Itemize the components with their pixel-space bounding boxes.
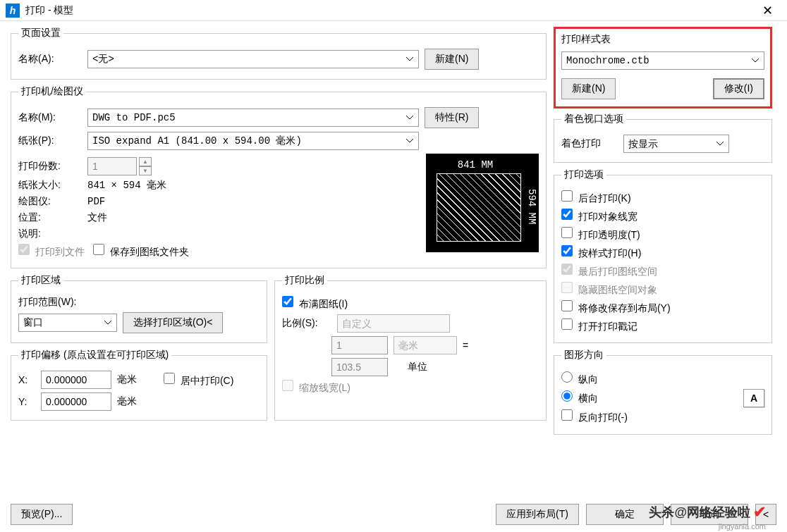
save-to-folder-checkbox[interactable]: 保存到图纸文件夹: [93, 244, 189, 259]
scale-unit-select: 毫米: [394, 336, 457, 354]
orientation-group: 图形方向 纵向 横向 反向打印(-) A: [554, 349, 772, 435]
print-offset-group: 打印偏移 (原点设置在可打印区域) X: 毫米 居中打印(C) Y: 毫米: [11, 349, 267, 421]
ok-button[interactable]: 确定: [586, 504, 664, 525]
desc-label: 说明:: [18, 228, 82, 240]
paper-preview: 841 MM 594 MM: [426, 154, 539, 252]
print-range-label: 打印范围(W):: [18, 296, 76, 309]
orientation-legend: 图形方向: [561, 349, 606, 361]
printer-group: 打印机/绘图仪 名称(M): DWG to PDF.pc5 特性(R) 纸张(P…: [11, 85, 547, 268]
center-print-checkbox[interactable]: 居中打印(C): [164, 373, 233, 388]
offset-x-label: X:: [18, 374, 35, 385]
print-range-select[interactable]: 窗口: [18, 314, 117, 332]
print-area-group: 打印区域 打印范围(W): 窗口 选择打印区域(O)<: [11, 274, 267, 343]
paper-size-value: 841 × 594 毫米: [87, 179, 166, 192]
scale-num-input: [331, 336, 388, 354]
print-option-2[interactable]: 打印透明度(T): [561, 227, 640, 242]
page-setup-legend: 页面设置: [18, 27, 63, 39]
cancel-button[interactable]: 取消: [671, 504, 748, 525]
scale-lineweight-checkbox: 缩放线宽(L): [282, 380, 350, 395]
print-option-6[interactable]: 将修改保存到布局(Y): [561, 300, 671, 315]
paper-select[interactable]: ISO expand A1 (841.00 x 594.00 毫米): [87, 132, 419, 150]
style-table-select[interactable]: Monochrome.ctb: [561, 51, 764, 70]
paper-label: 纸张(P):: [18, 135, 82, 147]
print-option-1[interactable]: 打印对象线宽: [561, 209, 637, 223]
shade-print-select[interactable]: 按显示: [623, 135, 729, 153]
offset-y-unit: 毫米: [117, 395, 137, 408]
copies-up-button: ▲: [139, 157, 152, 166]
page-setup-name-label: 名称(A):: [18, 53, 82, 66]
reverse-print-checkbox[interactable]: 反向打印(-): [561, 409, 628, 424]
shade-viewport-group: 着色视口选项 着色打印 按显示: [554, 113, 772, 163]
print-offset-legend: 打印偏移 (原点设置在可打印区域): [18, 349, 171, 361]
pick-area-button[interactable]: 选择打印区域(O)<: [123, 312, 223, 333]
orientation-icon: A: [743, 389, 764, 407]
plotter-label: 绘图仪:: [18, 195, 82, 208]
copies-input: [87, 157, 137, 175]
copies-label: 打印份数:: [18, 160, 82, 173]
titlebar: h 打印 - 模型 ✕: [0, 0, 787, 21]
print-scale-legend: 打印比例: [282, 274, 327, 287]
offset-x-unit: 毫米: [117, 373, 137, 386]
print-area-legend: 打印区域: [18, 274, 63, 287]
print-scale-group: 打印比例 布满图纸(I) 比例(S): 自定义 毫米 =: [274, 274, 547, 421]
style-table-new-button[interactable]: 新建(N): [561, 78, 616, 99]
printer-props-button[interactable]: 特性(R): [425, 107, 479, 128]
scale-unit-label: 单位: [408, 361, 427, 373]
scale-equals: =: [463, 340, 468, 351]
printer-name-label: 名称(M):: [18, 111, 82, 124]
shade-viewport-legend: 着色视口选项: [561, 113, 626, 125]
print-options-group: 打印选项 后台打印(K) 打印对象线宽 打印透明度(T) 按样式打印(H) 最后…: [554, 168, 772, 343]
printer-legend: 打印机/绘图仪: [18, 85, 86, 98]
apply-to-layout-button[interactable]: 应用到布局(T): [496, 504, 579, 525]
close-button[interactable]: ✕: [753, 3, 781, 18]
preview-button[interactable]: 预览(P)...: [11, 504, 73, 525]
page-setup-new-button[interactable]: 新建(N): [425, 49, 479, 70]
print-option-0[interactable]: 后台打印(K): [561, 190, 631, 205]
preview-dim-top: 841 MM: [426, 159, 525, 171]
where-value: 文件: [87, 211, 107, 224]
preview-dim-right: 594 MM: [526, 171, 537, 242]
landscape-radio[interactable]: 横向: [561, 390, 598, 405]
scale-label: 比例(S):: [282, 317, 331, 330]
page-setup-name-select[interactable]: <无>: [87, 50, 419, 68]
scale-select: 自定义: [337, 314, 450, 333]
offset-y-label: Y:: [18, 396, 35, 407]
fit-to-paper-checkbox[interactable]: 布满图纸(I): [282, 296, 348, 311]
expand-button[interactable]: <: [755, 504, 776, 525]
app-icon: h: [6, 4, 20, 18]
offset-y-input[interactable]: [41, 392, 111, 411]
style-table-highlight: 打印样式表 Monochrome.ctb 新建(N) 修改(I): [554, 27, 772, 109]
offset-x-input[interactable]: [41, 371, 111, 389]
print-options-legend: 打印选项: [561, 168, 606, 181]
printer-name-select[interactable]: DWG to PDF.pc5: [87, 109, 419, 127]
print-option-5: 隐藏图纸空间对象: [561, 282, 657, 297]
preview-hatch: [437, 173, 521, 242]
where-label: 位置:: [18, 211, 82, 224]
style-table-edit-button[interactable]: 修改(I): [713, 78, 764, 99]
print-option-4: 最后打印图纸空间: [561, 264, 657, 278]
paper-size-label: 纸张大小:: [18, 179, 82, 192]
print-to-file-checkbox: 打印到文件: [18, 244, 85, 259]
scale-denom-input: [331, 358, 388, 376]
style-table-legend: 打印样式表: [561, 33, 764, 46]
plotter-value: PDF: [87, 196, 105, 207]
copies-down-button: ▼: [139, 166, 152, 175]
portrait-radio[interactable]: 纵向: [561, 371, 598, 386]
window-title: 打印 - 模型: [25, 4, 753, 17]
print-option-3[interactable]: 按样式打印(H): [561, 245, 641, 260]
print-option-7[interactable]: 打开打印戳记: [561, 318, 637, 333]
footer: 预览(P)... 应用到布局(T) 确定 取消 <: [0, 504, 787, 532]
page-setup-group: 页面设置 名称(A): <无> 新建(N): [11, 27, 547, 80]
shade-print-label: 着色打印: [561, 137, 618, 150]
